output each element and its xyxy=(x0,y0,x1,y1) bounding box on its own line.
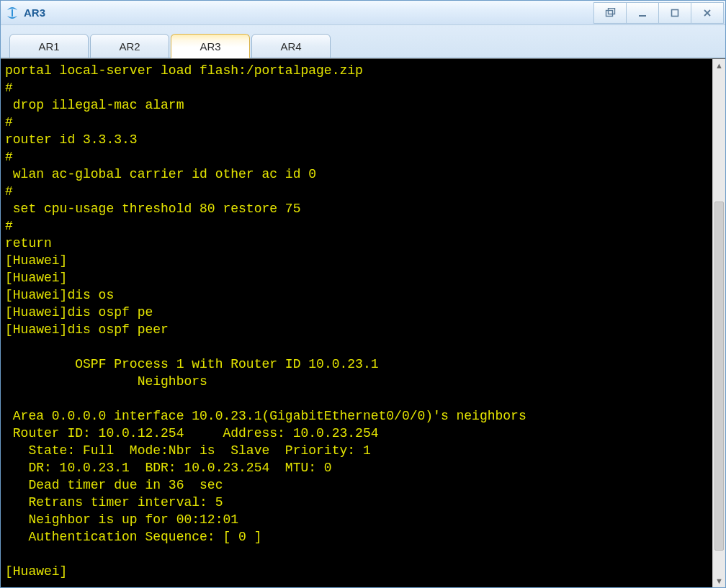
tab-ar1[interactable]: AR1 xyxy=(9,34,89,58)
close-button[interactable] xyxy=(691,2,724,24)
maximize-button[interactable] xyxy=(658,2,691,24)
tab-label: AR3 xyxy=(200,40,220,53)
app-window: AR3 AR1 xyxy=(0,0,726,588)
tab-label: AR1 xyxy=(38,40,59,53)
tab-ar3[interactable]: AR3 xyxy=(171,34,250,58)
svg-rect-2 xyxy=(609,9,615,14)
scroll-thumb[interactable] xyxy=(714,202,724,550)
window-title: AR3 xyxy=(24,6,45,19)
minimize-button[interactable] xyxy=(626,2,659,24)
titlebar[interactable]: AR3 xyxy=(1,1,725,25)
terminal-scrollbar[interactable]: ▲ ▼ xyxy=(712,59,725,587)
scroll-up-icon[interactable]: ▲ xyxy=(713,59,725,72)
svg-rect-4 xyxy=(672,10,678,17)
app-logo-icon xyxy=(5,6,19,20)
svg-rect-1 xyxy=(606,11,613,17)
window-controls xyxy=(594,2,724,23)
terminal-area: portal local-server load flash:/portalpa… xyxy=(1,58,725,587)
scroll-down-icon[interactable]: ▼ xyxy=(713,574,725,587)
tab-label: AR2 xyxy=(119,40,140,53)
terminal-output[interactable]: portal local-server load flash:/portalpa… xyxy=(1,59,725,587)
tab-ar2[interactable]: AR2 xyxy=(90,34,169,58)
tab-label: AR4 xyxy=(280,40,301,53)
tabbar: AR1 AR2 AR3 AR4 xyxy=(1,25,725,58)
popout-button[interactable] xyxy=(593,2,627,24)
tab-ar4[interactable]: AR4 xyxy=(251,34,331,58)
svg-rect-3 xyxy=(639,15,646,17)
svg-rect-0 xyxy=(12,9,13,17)
